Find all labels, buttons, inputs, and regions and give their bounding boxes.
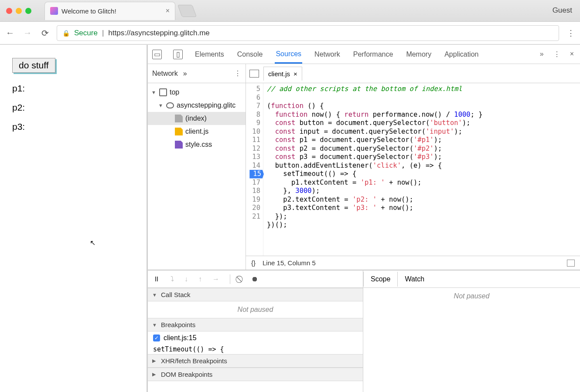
section-breakpoints[interactable]: ▼Breakpoints [148,318,363,331]
section-dom-breakpoints[interactable]: ▶DOM Breakpoints [148,368,363,381]
format-icon[interactable]: {} [251,259,256,267]
cursor-icon: ↖ [90,239,96,247]
new-tab-button[interactable] [177,5,197,17]
tab-application[interactable]: Application [444,46,479,63]
window-close-icon[interactable] [6,8,12,14]
tree-file-clientjs[interactable]: client.js [148,125,246,138]
tree-domain[interactable]: ▼asyncstepping.glitc [148,99,246,112]
checkbox-icon[interactable]: ✓ [153,335,160,341]
reload-button[interactable]: ⟳ [39,27,51,39]
devtools-tabbar: ▭ ▯ Elements Console Sources Network Per… [148,45,580,64]
step-into-icon[interactable]: ↓ [184,275,188,283]
breakpoint-item[interactable]: ✓ client.js:15 [148,331,363,345]
pause-on-exceptions-icon[interactable]: ⏺ [251,275,258,283]
inspect-icon[interactable]: ▭ [152,50,162,59]
tab-sources[interactable]: Sources [275,46,302,64]
pause-icon[interactable]: ⏸ [153,275,160,283]
scope-empty: Not paused [363,288,580,304]
close-devtools-icon[interactable]: × [570,50,574,58]
tab-scope[interactable]: Scope [363,272,398,287]
chevron-right-icon[interactable]: » [183,70,187,78]
tab-console[interactable]: Console [236,46,264,63]
device-icon[interactable]: ▯ [173,50,183,59]
close-icon[interactable]: × [293,70,297,78]
navigator-tab[interactable]: Network [152,70,178,78]
tree-top[interactable]: ▼top [148,86,246,99]
cursor-position: Line 15, Column 5 [263,259,316,267]
call-stack-empty: Not paused [148,301,363,318]
tab-performance[interactable]: Performance [352,46,394,63]
step-out-icon[interactable]: ↑ [198,275,202,283]
code-editor[interactable]: 56789101112131415161718192021 // add oth… [246,83,580,256]
url-text: https://asyncstepping.glitch.me [108,29,209,37]
toggle-navigator-icon[interactable] [249,70,259,78]
section-call-stack[interactable]: ▼Call Stack [148,288,363,301]
tree-file-index[interactable]: (index) [148,112,246,125]
window-maximize-icon[interactable] [25,8,31,14]
p3-text: p3: [12,122,134,132]
back-button[interactable]: ← [4,27,16,39]
tab-title: Welcome to Glitch! [61,7,162,15]
close-icon[interactable]: × [166,7,170,15]
devtools-panel: ▭ ▯ Elements Console Sources Network Per… [148,45,580,392]
breakpoint-snippet: setTimeout(() => { [148,345,363,354]
step-over-icon[interactable]: ⤵ [171,275,174,283]
kebab-icon[interactable]: ⋮ [553,50,560,58]
more-tabs-icon[interactable]: » [540,50,544,58]
collapse-icon[interactable] [567,260,575,267]
tab-elements[interactable]: Elements [194,46,225,63]
file-tree: ▼top ▼asyncstepping.glitc (index) client… [148,83,246,270]
browser-tab[interactable]: Welcome to Glitch! × [44,2,175,20]
favicon-icon [50,7,58,15]
menu-icon[interactable]: ⋮ [565,28,576,38]
tab-memory[interactable]: Memory [405,46,432,63]
address-bar: ← → ⟳ 🔒 Secure | https://asyncstepping.g… [0,22,580,44]
lock-icon: 🔒 [62,30,70,37]
secure-label: Secure [74,29,98,37]
url-input[interactable]: 🔒 Secure | https://asyncstepping.glitch.… [57,25,559,41]
p1-text: p1: [12,83,134,94]
forward-button[interactable]: → [22,27,33,39]
tab-watch[interactable]: Watch [398,272,431,287]
file-tab-clientjs[interactable]: client.js × [263,67,302,81]
window-minimize-icon[interactable] [16,8,22,14]
tree-file-stylecss[interactable]: style.css [148,138,246,151]
step-icon[interactable]: → [212,275,219,283]
kebab-icon[interactable]: ⋮ [234,69,241,78]
do-stuff-button[interactable]: do stuff [12,58,55,73]
p2-text: p2: [12,102,134,113]
page-content: do stuff p1: p2: p3: ↖ [0,45,148,392]
section-xhr-breakpoints[interactable]: ▶XHR/fetch Breakpoints [148,354,363,368]
debugger-controls: ⏸ ⤵ ↓ ↑ → ⃠ ⏺ [148,270,363,288]
profile-label[interactable]: Guest [553,6,572,15]
tab-network[interactable]: Network [314,46,341,63]
browser-titlebar: Welcome to Glitch! × Guest [0,0,580,22]
